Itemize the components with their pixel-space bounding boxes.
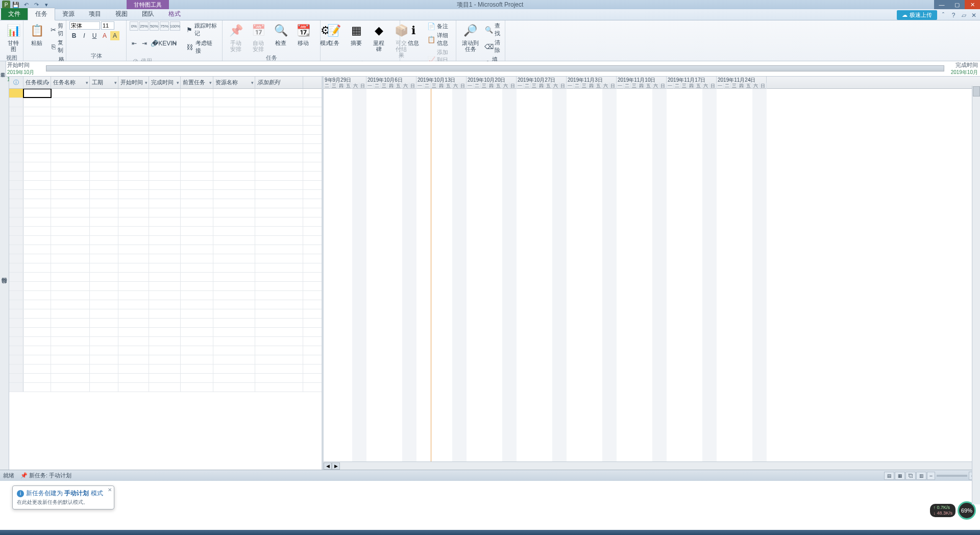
- table-row[interactable]: [9, 300, 322, 309]
- timeline-bar[interactable]: [46, 65, 944, 71]
- row-header[interactable]: [9, 355, 23, 364]
- cell[interactable]: [255, 181, 303, 189]
- table-row[interactable]: [9, 98, 322, 107]
- cell[interactable]: [149, 328, 181, 336]
- cell[interactable]: [90, 383, 118, 392]
- row-header[interactable]: [9, 199, 23, 208]
- cell[interactable]: [90, 162, 118, 171]
- row-header[interactable]: [9, 217, 23, 226]
- cell[interactable]: [255, 355, 303, 364]
- cell[interactable]: [149, 190, 181, 199]
- tooltip-close-button[interactable]: ✕: [108, 487, 112, 493]
- row-header[interactable]: [9, 364, 23, 373]
- table-row[interactable]: [9, 374, 322, 383]
- cell[interactable]: [118, 291, 149, 300]
- pct-0[interactable]: 0%: [130, 21, 138, 31]
- week-header[interactable]: 2019年10月20日: [467, 77, 517, 83]
- cell[interactable]: [23, 328, 51, 336]
- cell[interactable]: [149, 135, 181, 143]
- table-row[interactable]: [9, 319, 322, 328]
- cell[interactable]: [23, 172, 51, 180]
- cell[interactable]: [23, 98, 51, 107]
- cell[interactable]: [51, 291, 90, 300]
- cell[interactable]: [51, 355, 90, 364]
- cell[interactable]: [23, 227, 51, 235]
- table-row[interactable]: [9, 217, 322, 227]
- table-row[interactable]: [9, 364, 322, 374]
- view-normal-button[interactable]: ▤: [884, 472, 894, 480]
- view-sheet-button[interactable]: ▦: [895, 472, 905, 480]
- cell[interactable]: [118, 337, 149, 346]
- week-header[interactable]: 2019年10月27日: [517, 77, 567, 83]
- cell[interactable]: [118, 162, 149, 171]
- cell[interactable]: [90, 319, 118, 327]
- cell[interactable]: [90, 217, 118, 226]
- cell[interactable]: [51, 98, 90, 107]
- cell[interactable]: [90, 254, 118, 263]
- cell[interactable]: [23, 208, 51, 217]
- cell[interactable]: [118, 300, 149, 309]
- cell[interactable]: [51, 300, 90, 309]
- cell[interactable]: [90, 135, 118, 143]
- cell[interactable]: [181, 364, 213, 373]
- cell[interactable]: [149, 374, 181, 382]
- row-header[interactable]: [9, 153, 23, 162]
- cell[interactable]: [118, 245, 149, 254]
- cell[interactable]: [90, 245, 118, 254]
- row-header[interactable]: [9, 291, 23, 300]
- cell[interactable]: [118, 273, 149, 281]
- cell[interactable]: [23, 89, 51, 98]
- cell[interactable]: [118, 319, 149, 327]
- table-row[interactable]: [9, 355, 322, 364]
- cell[interactable]: [51, 153, 90, 162]
- cell[interactable]: [255, 116, 303, 125]
- gantt-hscroll[interactable]: ◀ ▶: [324, 461, 980, 470]
- cell[interactable]: [149, 98, 181, 107]
- cell[interactable]: [181, 328, 213, 336]
- cell[interactable]: [118, 346, 149, 355]
- font-color-button[interactable]: A: [100, 31, 109, 40]
- cell[interactable]: [118, 374, 149, 382]
- file-tab[interactable]: 文件: [1, 8, 28, 20]
- cell[interactable]: [90, 374, 118, 382]
- tab-team[interactable]: 团队: [135, 8, 161, 20]
- details-button[interactable]: 📋详细信息: [426, 31, 453, 47]
- cell[interactable]: [51, 190, 90, 199]
- cell[interactable]: [149, 172, 181, 180]
- cell[interactable]: [23, 135, 51, 143]
- cell[interactable]: [181, 355, 213, 364]
- table-row[interactable]: [9, 291, 322, 300]
- notes-button[interactable]: 📄备注: [426, 21, 453, 31]
- row-header[interactable]: [9, 273, 23, 281]
- cell[interactable]: [213, 319, 255, 327]
- cell[interactable]: [149, 346, 181, 355]
- tab-project[interactable]: 项目: [82, 8, 108, 20]
- cell[interactable]: [181, 245, 213, 254]
- cell[interactable]: [255, 126, 303, 134]
- cell[interactable]: [90, 328, 118, 336]
- clear-button[interactable]: ⌫清除: [483, 38, 502, 55]
- cell[interactable]: [90, 126, 118, 134]
- row-header[interactable]: [9, 300, 23, 309]
- split-button[interactable]: ✂: [170, 39, 179, 48]
- cell[interactable]: [181, 227, 213, 235]
- cell[interactable]: [255, 328, 303, 336]
- cell[interactable]: [118, 135, 149, 143]
- row-header[interactable]: [9, 98, 23, 107]
- table-row[interactable]: [9, 383, 322, 392]
- copy-button[interactable]: ⎘复制: [49, 38, 67, 55]
- cell[interactable]: [213, 291, 255, 300]
- gantt-chart-button[interactable]: 📊 甘特图: [3, 21, 23, 53]
- cell[interactable]: [149, 116, 181, 125]
- table-row[interactable]: [9, 254, 322, 263]
- table-row[interactable]: [9, 309, 322, 319]
- cell[interactable]: [181, 282, 213, 290]
- tab-task[interactable]: 任务: [28, 8, 55, 20]
- help-icon[interactable]: ?: [949, 11, 958, 19]
- font-name-input[interactable]: [69, 21, 100, 30]
- paste-button[interactable]: 📋 粘贴: [27, 21, 47, 47]
- cell[interactable]: [51, 337, 90, 346]
- cell[interactable]: [255, 227, 303, 235]
- table-row[interactable]: [9, 263, 322, 273]
- cell[interactable]: [23, 199, 51, 208]
